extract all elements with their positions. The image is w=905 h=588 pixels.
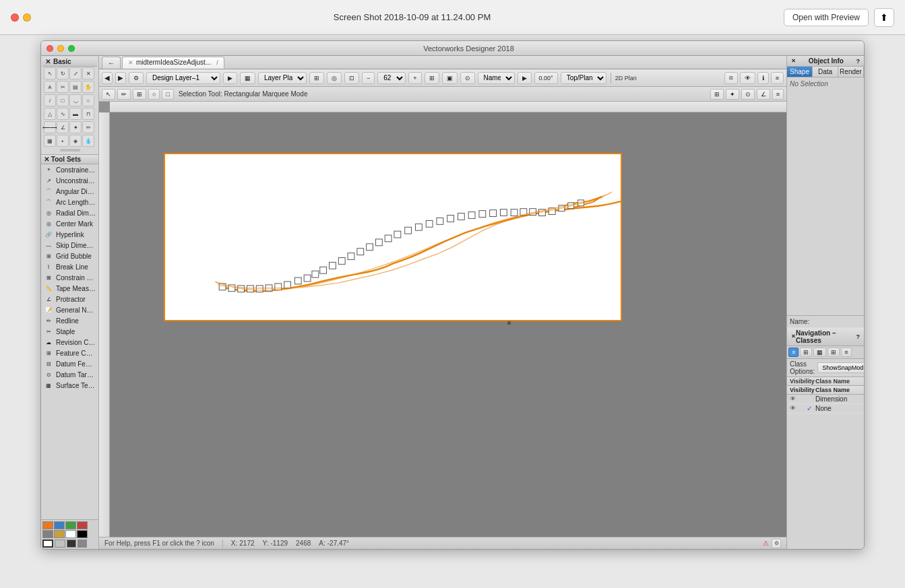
class-options-select[interactable]: ShowSnapMod... (817, 362, 864, 373)
rotate-tool[interactable]: ↻ (57, 67, 69, 79)
smart-tool[interactable]: ✦ (69, 121, 82, 133)
tool-set-item[interactable]: 🔗 Hyperlink (41, 229, 98, 240)
tool-set-item[interactable]: 📏 Tape Measure (41, 283, 98, 294)
color-swatch-orange[interactable] (42, 521, 53, 529)
color-swatch-green[interactable] (65, 521, 76, 529)
tool-set-item[interactable]: ⌇ Break Line (41, 261, 98, 272)
tool-set-item[interactable]: ☁ Revision Cloud (41, 337, 98, 348)
close-button[interactable] (11, 13, 19, 22)
tool-set-item[interactable]: — Skip Dimen... (41, 240, 98, 251)
mode-btn-pencil[interactable]: ✏ (117, 89, 131, 100)
color-swatch-yellow[interactable] (54, 530, 65, 538)
tool-set-item[interactable]: ▦ Surface Text... (41, 380, 98, 391)
angle-dim-tool[interactable]: ∠ (57, 121, 69, 133)
layer-plane-dropdown[interactable]: Layer Plane (258, 72, 307, 84)
freehand-tool[interactable]: ✏ (82, 121, 94, 133)
tool-set-item[interactable]: ◎ Radial Dimen... (41, 207, 98, 218)
tab-shape[interactable]: Shape (787, 67, 813, 77)
nav-btn-3[interactable]: ▦ (813, 348, 826, 357)
tab-midterm[interactable]: ✕ midtermIdeaSizeAdjust... / (122, 57, 224, 69)
line-swatch[interactable] (67, 540, 76, 548)
angle-mode-btn[interactable]: ∠ (757, 89, 770, 100)
tool-set-item[interactable]: ⊞ Grid Bubble (41, 251, 98, 261)
tool-set-item[interactable]: ⊠ Constrain Col... (41, 272, 98, 283)
tool-set-item[interactable]: 📝 General Notes (41, 304, 98, 315)
share-button[interactable]: ⬆ (874, 8, 894, 27)
line-tool[interactable]: / (44, 94, 56, 106)
nav-btn-2[interactable]: ⊞ (800, 348, 812, 357)
constraint-mode-btn[interactable]: ⊙ (741, 89, 755, 100)
color-swatch-white[interactable] (65, 530, 76, 538)
snap-btn-2[interactable]: ◎ (327, 72, 342, 84)
wall-tool[interactable]: ▬ (69, 108, 82, 120)
canvas-area[interactable] (99, 102, 786, 537)
rect-tool[interactable]: □ (57, 94, 69, 106)
mode-btn-arrow[interactable]: ↖ (102, 89, 115, 100)
circle-tool[interactable]: ○ (82, 94, 94, 106)
class-check-icon[interactable]: ✓ (803, 405, 815, 412)
help-icon-objinfo[interactable]: ? (856, 58, 860, 65)
smart-mode-btn[interactable]: ✦ (726, 89, 739, 100)
status-settings-btn[interactable]: ⚙ (772, 539, 781, 548)
opacity-swatch[interactable] (77, 540, 87, 548)
mode-btn-rect[interactable]: □ (162, 89, 173, 100)
text-tool[interactable]: A (44, 81, 56, 93)
tool-set-item[interactable]: ⊞ Feature Cont... (41, 348, 98, 358)
more-mode-btn[interactable]: ≡ (772, 89, 784, 100)
tab-render[interactable]: Render (838, 67, 864, 77)
minimize-button[interactable] (23, 13, 31, 22)
help-icon-nav[interactable]: ? (856, 333, 861, 340)
color-swatch-gray[interactable] (42, 530, 53, 538)
tool-set-item[interactable]: ∠ Protractor (41, 294, 98, 304)
mode-btn-select[interactable]: ⊞ (133, 89, 146, 100)
open-preview-button[interactable]: Open with Preview (784, 9, 869, 26)
zoom-in-btn[interactable]: − (362, 72, 375, 84)
tab-home[interactable]: ← (102, 57, 121, 69)
tool-set-item[interactable]: ⊟ Datum Featur... (41, 358, 98, 369)
tool-set-item[interactable]: ↗ Unconstraine... (41, 175, 98, 186)
arc-tool[interactable]: ◡ (69, 94, 82, 106)
plane-btn[interactable]: ▦ (240, 72, 255, 84)
zoom-dropdown[interactable]: 62% (377, 72, 406, 84)
tool-set-item[interactable]: ✂ Staple (41, 326, 98, 337)
tool-set-item[interactable]: ◎ Center Mark (41, 218, 98, 229)
view-more-btn[interactable]: ▶ (518, 72, 532, 84)
info-btn[interactable]: ℹ (757, 72, 769, 84)
view-3d-btn[interactable]: ⊙ (460, 72, 475, 84)
settings-btn[interactable]: ≡ (771, 72, 784, 84)
render-btn[interactable]: ⧈ (724, 72, 738, 84)
fill-swatch[interactable] (55, 540, 65, 548)
tool-set-item[interactable]: ⊙ Datum Target... (41, 369, 98, 380)
zoom-out-btn[interactable]: + (408, 72, 421, 84)
snap-btn-1[interactable]: ⊞ (309, 72, 324, 84)
vis-btn[interactable]: 👁 (740, 72, 755, 84)
class-eye-icon[interactable]: 👁 (790, 395, 803, 402)
tool-set-item[interactable]: ⌒ Arc Length Di... (41, 197, 98, 207)
app-maximize-button[interactable] (68, 45, 75, 52)
drawing-canvas[interactable] (110, 112, 786, 537)
nav-btn-4[interactable]: ⊞ (828, 348, 840, 357)
attr-tool[interactable]: ▤ (69, 81, 82, 93)
nurbs-tool[interactable]: ∿ (57, 108, 69, 120)
color-swatch-blue[interactable] (54, 521, 65, 529)
snap-btn-3[interactable]: ⊡ (344, 72, 359, 84)
layer-settings-btn[interactable]: ⚙ (129, 72, 144, 84)
zoom-fit-btn[interactable]: ⊞ (425, 72, 439, 84)
class-row[interactable]: 👁 Dimension (787, 395, 864, 404)
design-layer-dropdown[interactable]: Design Layer–1 (146, 72, 220, 84)
select-tool[interactable]: ↖ (44, 67, 56, 79)
fill-tool[interactable]: ▪ (57, 135, 69, 147)
color-swatch-red[interactable] (77, 521, 88, 529)
app-close-button[interactable] (46, 45, 53, 52)
view-dropdown[interactable]: Top/Plan (561, 72, 606, 84)
mirror-tool[interactable]: ⤢ (69, 67, 82, 79)
tab-data[interactable]: Data (813, 67, 838, 77)
back-button[interactable]: ◀ (102, 72, 113, 84)
app-minimize-button[interactable] (57, 45, 64, 52)
nav-btn-5[interactable]: ≡ (841, 348, 851, 357)
pan-tool[interactable]: ✋ (82, 81, 94, 93)
angle-field[interactable]: 0.00° (534, 72, 558, 84)
class-eye-icon[interactable]: 👁 (790, 405, 803, 412)
layer-nav-btn[interactable]: ▶ (223, 72, 237, 84)
poly-tool[interactable]: △ (44, 108, 56, 120)
